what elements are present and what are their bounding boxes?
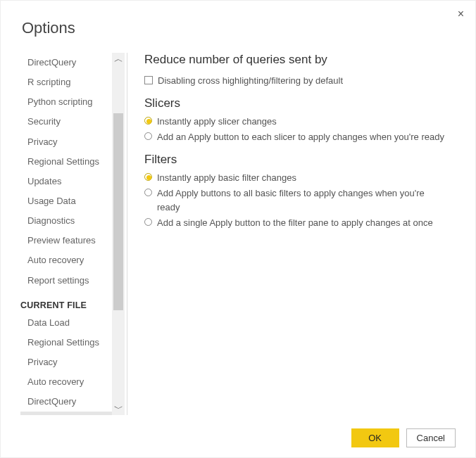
radio-slicers-instant[interactable] [144, 117, 152, 125]
sidebar-scrollbar[interactable]: ︿ ﹀ [112, 53, 125, 415]
main-panel: Reduce number of queries sent by Disabli… [127, 53, 456, 415]
radio-row-filters-apply-all[interactable]: Add Apply buttons to all basic filters t… [144, 186, 449, 214]
sidebar-item-privacy-2[interactable]: Privacy [20, 352, 112, 372]
sidebar-item-r-scripting[interactable]: R scripting [20, 72, 112, 92]
radio-filters-apply-all[interactable] [144, 189, 152, 196]
checkbox-row-disable-cross[interactable]: Disabling cross highlighting/filtering b… [144, 74, 449, 88]
radio-label: Instantly apply slicer changes [157, 115, 277, 129]
sidebar-item-preview-features[interactable]: Preview features [20, 231, 112, 250]
sidebar-item-auto-recovery-2[interactable]: Auto recovery [20, 372, 112, 392]
ok-button[interactable]: OK [351, 428, 399, 447]
radio-row-filters-instant[interactable]: Instantly apply basic filter changes [144, 171, 449, 185]
sidebar-item-auto-recovery[interactable]: Auto recovery [20, 250, 112, 270]
radio-filters-apply-once[interactable] [144, 218, 152, 226]
cancel-button[interactable]: Cancel [406, 428, 456, 447]
radio-row-filters-apply-once[interactable]: Add a single Apply button to the filter … [144, 216, 449, 230]
radio-label: Add an Apply button to each slicer to ap… [157, 130, 444, 144]
sidebar-item-directquery[interactable]: DirectQuery [20, 53, 112, 72]
radio-filters-instant[interactable] [144, 173, 152, 181]
checkbox-disable-cross[interactable] [144, 76, 153, 84]
sidebar-item-security[interactable]: Security [20, 112, 112, 132]
sidebar-item-regional-settings-2[interactable]: Regional Settings [20, 333, 112, 352]
close-icon[interactable]: × [458, 8, 464, 20]
radio-row-slicers-apply[interactable]: Add an Apply button to each slicer to ap… [144, 130, 449, 144]
sidebar-list: DirectQuery R scripting Python scripting… [20, 53, 112, 415]
sidebar-item-directquery-2[interactable]: DirectQuery [20, 392, 112, 412]
dialog-content: DirectQuery R scripting Python scripting… [20, 53, 456, 415]
sidebar-item-updates[interactable]: Updates [20, 172, 112, 191]
radio-row-slicers-instant[interactable]: Instantly apply slicer changes [144, 115, 449, 129]
sidebar-item-usage-data[interactable]: Usage Data [20, 191, 112, 211]
checkbox-label: Disabling cross highlighting/filtering b… [158, 74, 343, 88]
heading-reduce: Reduce number of queries sent by [144, 53, 449, 67]
radio-slicers-apply[interactable] [144, 132, 152, 140]
sidebar: DirectQuery R scripting Python scripting… [20, 53, 127, 415]
sidebar-item-python-scripting[interactable]: Python scripting [20, 92, 112, 112]
heading-slicers: Slicers [144, 96, 449, 110]
chevron-down-icon[interactable]: ﹀ [112, 402, 125, 415]
dialog-title: Options [22, 19, 75, 37]
chevron-up-icon[interactable]: ︿ [112, 53, 125, 65]
sidebar-item-data-load[interactable]: Data Load [20, 313, 112, 333]
heading-filters: Filters [144, 153, 449, 167]
sidebar-item-regional-settings[interactable]: Regional Settings [20, 152, 112, 172]
sidebar-item-report-settings[interactable]: Report settings [20, 271, 112, 291]
scroll-thumb[interactable] [113, 113, 123, 310]
radio-label: Add a single Apply button to the filter … [157, 216, 433, 230]
radio-label: Instantly apply basic filter changes [157, 171, 296, 185]
radio-label: Add Apply buttons to all basic filters t… [157, 186, 449, 214]
sidebar-section-current-file: CURRENT FILE [20, 291, 112, 313]
sidebar-item-privacy[interactable]: Privacy [20, 132, 112, 152]
sidebar-item-diagnostics[interactable]: Diagnostics [20, 211, 112, 231]
sidebar-item-query-reduction[interactable]: Query reduction [20, 412, 112, 415]
dialog-footer: OK Cancel [351, 428, 456, 447]
